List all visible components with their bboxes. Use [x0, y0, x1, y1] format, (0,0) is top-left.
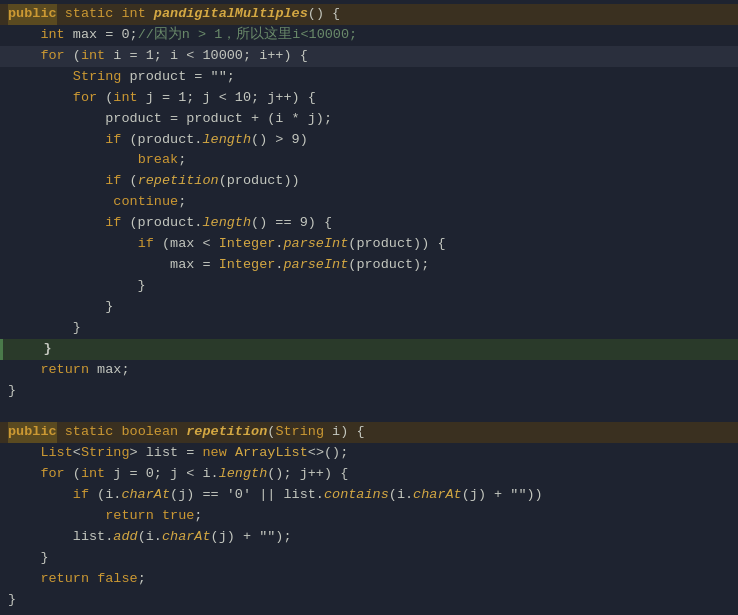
keyword-public: public — [8, 4, 57, 25]
code-line-16: } — [0, 318, 738, 339]
code-line-22: List<String> list = new ArrayList<>(); — [0, 443, 738, 464]
code-line-4: String product = ""; — [0, 67, 738, 88]
code-line-18: return max; — [0, 360, 738, 381]
code-line-12: if (max < Integer.parseInt(product)) { — [0, 234, 738, 255]
code-line-13: max = Integer.parseInt(product); — [0, 255, 738, 276]
code-line-14: } — [0, 276, 738, 297]
code-line-29: } — [0, 590, 738, 611]
code-line-7: if (product.length() > 9) — [0, 130, 738, 151]
code-line-15: } — [0, 297, 738, 318]
code-editor: public static int pandigitalMultiples() … — [0, 0, 738, 615]
code-line-11: if (product.length() == 9) { — [0, 213, 738, 234]
code-line-5: for (int j = 1; j < 10; j++) { — [0, 88, 738, 109]
code-line-28: return false; — [0, 569, 738, 590]
code-line-8: break; — [0, 150, 738, 171]
code-line-24: if (i.charAt(j) == '0' || list.contains(… — [0, 485, 738, 506]
code-line-21: public static boolean repetition(String … — [0, 422, 738, 443]
code-line-3: for (int i = 1; i < 10000; i++) { — [0, 46, 738, 67]
code-line-19: } — [0, 381, 738, 402]
code-line-26: list.add(i.charAt(j) + ""); — [0, 527, 738, 548]
code-line-25: return true; — [0, 506, 738, 527]
code-line-23: for (int j = 0; j < i.length(); j++) { — [0, 464, 738, 485]
keyword-public-2: public — [8, 422, 57, 443]
code-line-10: continue; — [0, 192, 738, 213]
code-line-27: } — [0, 548, 738, 569]
code-line-6: product = product + (i * j); — [0, 109, 738, 130]
code-line-20 — [0, 402, 738, 423]
code-line-1: public static int pandigitalMultiples() … — [0, 4, 738, 25]
code-line-17: } — [0, 339, 738, 360]
code-line-9: if (repetition(product)) — [0, 171, 738, 192]
code-line-2: int max = 0;//因为n > 1，所以这里i<10000; — [0, 25, 738, 46]
